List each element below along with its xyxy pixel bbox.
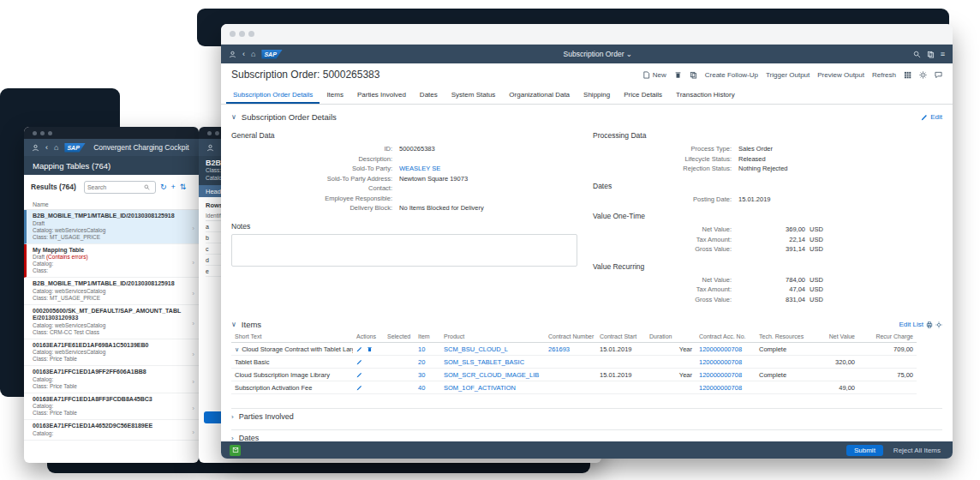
parties-involved-section[interactable]: › Parties Involved: [231, 408, 942, 424]
printer-icon[interactable]: [926, 321, 933, 328]
notes-input[interactable]: [231, 234, 577, 267]
list-item[interactable]: 0002005600/SK_MT_DEFAULT/SAP_AMOUNT_TABL…: [24, 305, 199, 339]
item-number-link[interactable]: 10: [415, 343, 440, 356]
new-button[interactable]: New: [642, 71, 666, 79]
expand-icon[interactable]: ›: [231, 435, 234, 442]
copy-icon[interactable]: [690, 71, 697, 79]
user-icon[interactable]: [32, 144, 39, 152]
expand-icon[interactable]: ›: [231, 413, 234, 421]
list-item[interactable]: B2B_MOBILE_TMP1/MTABLE_ID/20130308125918…: [24, 278, 199, 305]
collapse-icon[interactable]: ∨: [231, 321, 236, 328]
menu-icon[interactable]: ≡: [941, 51, 945, 58]
preview-output-button[interactable]: Preview Output: [817, 71, 864, 79]
edit-item-icon[interactable]: [356, 384, 362, 392]
user-icon[interactable]: [206, 144, 214, 152]
tab-system-status[interactable]: System Status: [445, 87, 503, 104]
tab-shipping[interactable]: Shipping: [577, 87, 617, 104]
tab-items[interactable]: Items: [320, 87, 350, 104]
home-icon[interactable]: ⌂: [251, 51, 255, 58]
item-row[interactable]: Cloud Subscription Image Library 30 SOM_…: [231, 369, 917, 381]
item-number-link[interactable]: 40: [415, 381, 440, 394]
back-icon[interactable]: ‹: [45, 144, 48, 152]
form-row: Sold-To Party Address:Newtown Square 190…: [231, 174, 586, 184]
submit-button[interactable]: Submit: [846, 445, 883, 456]
contract-number-link[interactable]: 261693: [545, 343, 596, 356]
dates-section[interactable]: › Dates: [231, 429, 942, 441]
minimize-icon[interactable]: [40, 131, 45, 135]
collapse-icon[interactable]: ∨: [231, 113, 236, 121]
items-section-header[interactable]: ∨ Items Edit List: [231, 316, 942, 331]
selected-cell[interactable]: [384, 343, 415, 356]
selected-cell[interactable]: [384, 381, 415, 394]
contract-acc-link[interactable]: 120000000708: [696, 381, 756, 394]
expand-icon[interactable]: ∨: [235, 346, 239, 352]
tab-price-details[interactable]: Price Details: [617, 87, 669, 104]
contract-acc-link[interactable]: 120000000708: [696, 369, 756, 381]
close-icon[interactable]: [33, 131, 37, 135]
close-icon[interactable]: [207, 131, 212, 135]
item-number-link[interactable]: 30: [415, 369, 440, 381]
item-row[interactable]: Tablet Basic 20 SOM_SLS_TABLET_BASIC 120…: [231, 356, 917, 369]
details-section-header[interactable]: ∨ Subscription Order Details Edit: [231, 105, 942, 123]
create-follow-up-button[interactable]: Create Follow-Up: [705, 71, 758, 79]
sort-icon[interactable]: ⇅: [180, 183, 187, 191]
product-link[interactable]: SOM_SCR_CLOUD_IMAGE_LIB: [440, 369, 545, 381]
search-icon[interactable]: [144, 184, 150, 190]
search-box[interactable]: [84, 181, 156, 194]
home-icon[interactable]: ⌂: [54, 144, 58, 152]
item-row[interactable]: ∨Cloud Storage Contract with Tablet Larg…: [231, 343, 917, 356]
messages-button[interactable]: [230, 445, 241, 456]
edit-list-button[interactable]: Edit List: [899, 321, 942, 328]
tab-parties-involved[interactable]: Parties Involved: [350, 87, 413, 104]
product-link[interactable]: SOM_1OF_ACTIVATION: [440, 381, 545, 394]
search-icon[interactable]: [913, 51, 921, 58]
item-row[interactable]: Subscription Activation Fee 40 SOM_1OF_A…: [231, 381, 917, 394]
list-item[interactable]: 00163EA71FFC1ED1A9FF2FF606A1BB8 Catalog:…: [24, 366, 199, 393]
refresh-button[interactable]: Refresh: [872, 71, 896, 79]
chat-icon[interactable]: [935, 71, 942, 79]
item-number-link[interactable]: 20: [415, 356, 440, 369]
refresh-icon[interactable]: ↻: [160, 183, 167, 191]
edit-item-icon[interactable]: [356, 345, 362, 353]
selected-cell[interactable]: [384, 356, 415, 369]
delete-icon[interactable]: [674, 71, 682, 79]
back-icon[interactable]: ‹: [242, 51, 245, 58]
tab-transaction-history[interactable]: Transaction History: [669, 87, 742, 104]
window-controls[interactable]: [24, 131, 52, 135]
grid-icon[interactable]: [904, 71, 911, 79]
reject-all-items-button[interactable]: Reject All Items: [890, 445, 944, 456]
list-item[interactable]: 00163EA71FFC1ED1A8FF3FCDB8A45BC3 Catalog…: [24, 393, 199, 421]
trigger-output-button[interactable]: Trigger Output: [766, 71, 810, 79]
close-icon[interactable]: [230, 31, 236, 37]
list-item[interactable]: My Mapping Table Draft (Contains errors)…: [24, 244, 199, 279]
gear-icon[interactable]: [919, 71, 927, 79]
delete-item-icon[interactable]: [367, 345, 373, 353]
minimize-icon[interactable]: [239, 31, 245, 37]
copy-icon[interactable]: [927, 51, 935, 58]
product-link[interactable]: SCM_BSU_CLOUD_L: [440, 343, 545, 356]
sold-to-party-link[interactable]: WEASLEY SE: [399, 164, 440, 174]
window-titlebar[interactable]: [24, 127, 199, 139]
tab-dates[interactable]: Dates: [413, 87, 445, 104]
tab-subscription-order-details[interactable]: Subscription Order Details: [226, 87, 320, 104]
window-titlebar[interactable]: [221, 24, 953, 45]
maximize-icon[interactable]: [48, 131, 52, 135]
add-icon[interactable]: +: [170, 183, 175, 191]
window-controls[interactable]: [221, 31, 254, 37]
maximize-icon[interactable]: [248, 31, 254, 37]
contract-acc-link[interactable]: 120000000708: [696, 343, 756, 356]
product-link[interactable]: SOM_SLS_TABLET_BASIC: [440, 356, 545, 369]
gear-icon[interactable]: [935, 321, 942, 328]
selected-cell[interactable]: [384, 369, 415, 381]
user-icon[interactable]: [229, 51, 236, 58]
list-item[interactable]: 00163EA71FFC1ED1A4652D9C56E8189EE Catalo…: [24, 420, 199, 441]
tab-organizational-data[interactable]: Organizational Data: [502, 87, 577, 104]
contract-acc-link[interactable]: 120000000708: [696, 356, 756, 369]
search-input[interactable]: [87, 184, 144, 190]
minimize-icon[interactable]: [215, 131, 219, 135]
edit-button[interactable]: Edit: [921, 113, 942, 121]
edit-item-icon[interactable]: [356, 371, 362, 379]
edit-item-icon[interactable]: [356, 358, 362, 366]
list-item[interactable]: B2B_MOBILE_TMP1/MTABLE_ID/20130308125918…: [24, 210, 199, 244]
list-item[interactable]: 00163EA71FE61ED1AF698A1C50139EB0 Catalog…: [24, 339, 199, 367]
